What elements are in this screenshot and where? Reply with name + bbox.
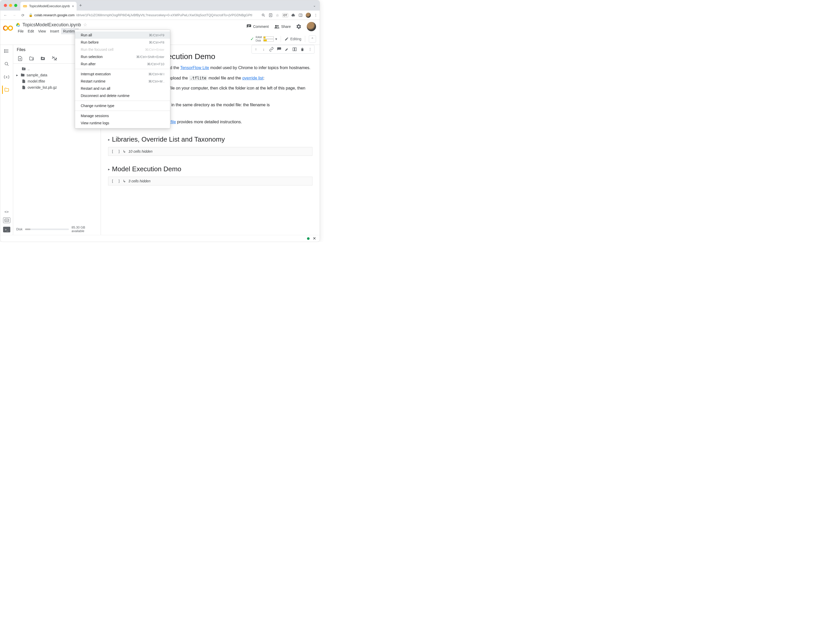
sidepanel-icon[interactable] bbox=[298, 13, 303, 17]
disk-label: Disk bbox=[16, 227, 22, 231]
collapse-header-button[interactable]: ⌃ bbox=[309, 35, 316, 43]
svg-line-22 bbox=[8, 65, 8, 66]
user-avatar[interactable] bbox=[307, 22, 316, 31]
star-icon[interactable]: ☆ bbox=[83, 22, 87, 28]
command-palette-icon[interactable] bbox=[3, 217, 10, 223]
svg-point-14 bbox=[277, 25, 278, 27]
runtime-menu-item: Run the focused cell⌘/Ctrl+Enter bbox=[75, 46, 170, 53]
variables-icon[interactable]: {x} bbox=[3, 73, 11, 81]
code-snippets-icon[interactable]: <> bbox=[5, 210, 9, 214]
status-close-icon[interactable]: ✕ bbox=[313, 236, 316, 241]
move-up-icon[interactable]: ↑ bbox=[252, 46, 259, 53]
url-path: /drive/1Fk1iZO68mrnphOogRP8iD4jJvBfByVtL… bbox=[76, 13, 252, 17]
runtime-menu-item[interactable]: Disconnect and delete runtime bbox=[75, 92, 170, 99]
svg-point-20 bbox=[4, 52, 5, 53]
runtime-menu-item[interactable]: Manage sessions bbox=[75, 112, 170, 120]
forward-button[interactable]: → bbox=[11, 13, 17, 17]
runtime-menu-item[interactable]: Run all⌘/Ctrl+F9 bbox=[75, 32, 170, 39]
mount-drive-icon[interactable] bbox=[40, 56, 46, 61]
profile-badge[interactable]: OT bbox=[282, 13, 288, 17]
lock-icon: 🔒 bbox=[28, 13, 33, 17]
collapse-section-icon[interactable]: ▸ bbox=[108, 167, 110, 171]
comment-cell-icon[interactable] bbox=[276, 46, 283, 53]
url-host: colab.research.google.com bbox=[34, 13, 74, 17]
svg-line-3 bbox=[264, 16, 265, 16]
search-icon[interactable] bbox=[3, 60, 11, 68]
section-heading[interactable]: ▸ Model Execution Demo bbox=[101, 161, 320, 176]
expand-caret-icon[interactable]: ▸ bbox=[16, 73, 19, 77]
document-title[interactable]: TopicsModelExecution.ipynb bbox=[22, 22, 81, 28]
svg-point-1 bbox=[25, 5, 27, 7]
move-down-icon[interactable]: ↓ bbox=[260, 46, 267, 53]
mirror-cell-icon[interactable] bbox=[291, 46, 298, 53]
back-button[interactable]: ← bbox=[2, 13, 8, 17]
disk-available: 85.30 GB available bbox=[71, 226, 98, 233]
settings-icon[interactable] bbox=[296, 24, 302, 29]
runtime-menu-item[interactable]: Restart and run all bbox=[75, 85, 170, 92]
hidden-cells-row[interactable]: [ ] ↳ 3 cells hidden bbox=[108, 176, 313, 186]
svg-rect-26 bbox=[293, 48, 294, 51]
runtime-menu-dropdown: Run all⌘/Ctrl+F9Run before⌘/Ctrl+F8Run t… bbox=[75, 30, 170, 128]
tab-overflow-icon[interactable]: ⌄ bbox=[313, 3, 316, 8]
edit-cell-icon[interactable] bbox=[283, 46, 291, 53]
menu-edit[interactable]: Edit bbox=[26, 28, 36, 34]
folder-icon bbox=[21, 73, 25, 77]
status-dot-icon bbox=[307, 237, 309, 240]
cell-more-icon[interactable]: ⋮ bbox=[306, 46, 314, 53]
colab-favicon bbox=[23, 4, 27, 8]
runtime-menu-item[interactable]: Restart runtime⌘/Ctrl+M . bbox=[75, 78, 170, 85]
colab-logo[interactable] bbox=[3, 23, 13, 33]
runtime-menu-caret[interactable]: ▾ bbox=[275, 37, 277, 41]
editing-mode-button[interactable]: Editing bbox=[284, 37, 301, 41]
terminal-icon[interactable]: >_ bbox=[3, 227, 10, 232]
window-controls[interactable] bbox=[4, 4, 17, 7]
toc-icon[interactable] bbox=[3, 47, 11, 55]
extensions-icon[interactable] bbox=[291, 13, 295, 17]
runtime-menu-item[interactable]: Run before⌘/Ctrl+F8 bbox=[75, 39, 170, 46]
section-heading[interactable]: ▸ Libraries, Override List and Taxonomy bbox=[101, 131, 320, 146]
zoom-icon[interactable] bbox=[261, 13, 265, 17]
svg-rect-11 bbox=[248, 25, 250, 26]
svg-point-13 bbox=[275, 25, 277, 27]
disk-usage-bar bbox=[25, 228, 69, 230]
runtime-status[interactable]: ✓ RAM Disk ▾ bbox=[250, 36, 277, 42]
delete-cell-icon[interactable] bbox=[299, 46, 306, 53]
disk-meter bbox=[264, 39, 274, 41]
tab-title: TopicsModelExecution.ipynb bbox=[29, 5, 70, 8]
upload-file-icon[interactable] bbox=[17, 56, 23, 61]
install-icon[interactable] bbox=[268, 13, 273, 17]
chrome-avatar[interactable] bbox=[306, 13, 311, 18]
runtime-menu-item[interactable]: Run after⌘/Ctrl+F10 bbox=[75, 60, 170, 68]
reload-button[interactable]: ⟳ bbox=[20, 13, 26, 17]
share-button[interactable]: Share bbox=[274, 24, 291, 29]
runtime-menu-item[interactable]: Interrupt execution⌘/Ctrl+M I bbox=[75, 71, 170, 78]
runtime-menu-item[interactable]: Run selection⌘/Ctrl+Shift+Enter bbox=[75, 53, 170, 60]
tab-close-icon[interactable]: × bbox=[72, 4, 74, 8]
ram-meter bbox=[264, 36, 274, 39]
runtime-menu-item[interactable]: Change runtime type bbox=[75, 102, 170, 109]
override-list-link[interactable]: override list bbox=[242, 76, 264, 80]
collapse-section-icon[interactable]: ▸ bbox=[108, 137, 110, 142]
runtime-menu-item[interactable]: View runtime logs bbox=[75, 120, 170, 127]
link-icon[interactable] bbox=[268, 46, 275, 53]
file-icon bbox=[21, 79, 26, 84]
svg-point-18 bbox=[4, 49, 5, 50]
address-bar[interactable]: 🔒 colab.research.google.com/drive/1Fk1iZ… bbox=[28, 13, 259, 17]
menu-insert[interactable]: Insert bbox=[48, 28, 61, 34]
comment-button[interactable]: Comment bbox=[246, 24, 269, 29]
tensorflow-lite-link[interactable]: TensorFlow Lite bbox=[180, 66, 209, 70]
chrome-menu-icon[interactable]: ⋮ bbox=[314, 13, 317, 17]
cell-toolbar: ↑ ↓ ⋮ bbox=[251, 45, 314, 54]
hidden-cells-row[interactable]: [ ] ↳ 10 cells hidden bbox=[108, 147, 313, 156]
refresh-folder-icon[interactable] bbox=[28, 56, 34, 61]
svg-point-19 bbox=[4, 51, 5, 51]
menu-view[interactable]: View bbox=[36, 28, 48, 34]
browser-tab[interactable]: TopicsModelExecution.ipynb × bbox=[21, 2, 77, 11]
toggle-hidden-icon[interactable] bbox=[51, 56, 57, 61]
connected-check-icon: ✓ bbox=[250, 36, 254, 42]
svg-rect-12 bbox=[248, 26, 249, 27]
bookmark-icon[interactable]: ☆ bbox=[276, 13, 279, 17]
new-tab-button[interactable]: + bbox=[79, 3, 82, 8]
menu-file[interactable]: File bbox=[16, 28, 26, 34]
files-icon[interactable] bbox=[2, 86, 10, 94]
